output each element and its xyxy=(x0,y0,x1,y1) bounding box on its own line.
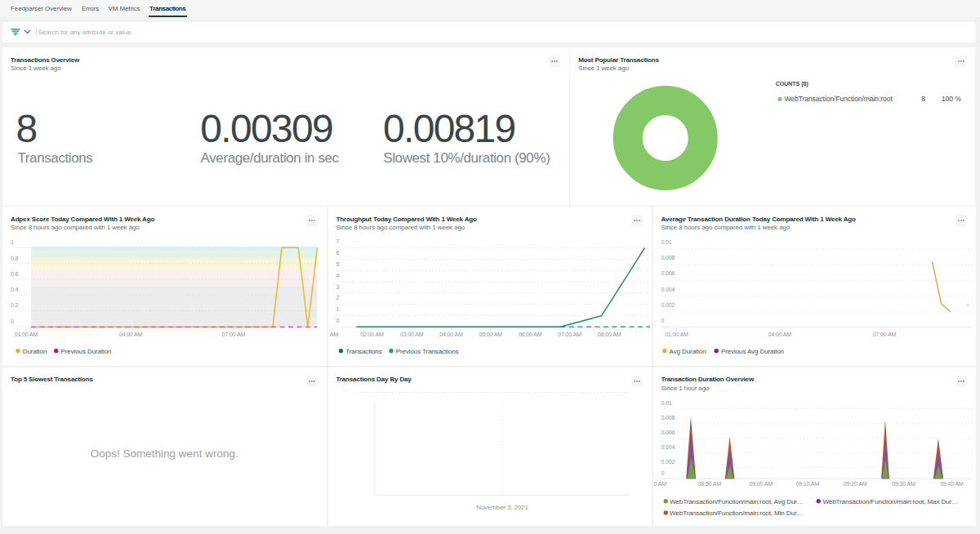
svg-text:0.6: 0.6 xyxy=(11,271,19,277)
svg-text:07:00 AM: 07:00 AM xyxy=(558,332,581,337)
svg-text:4: 4 xyxy=(336,273,339,278)
svg-text:0.01: 0.01 xyxy=(661,399,671,405)
svg-text:0 AM: 0 AM xyxy=(653,481,666,487)
svg-text:1: 1 xyxy=(336,306,339,312)
svg-text:Transactions: Transactions xyxy=(345,348,381,355)
svg-text:07:00 AM: 07:00 AM xyxy=(872,332,896,337)
svg-text:09:20 AM: 09:20 AM xyxy=(844,481,867,487)
svg-text:04:00 AM: 04:00 AM xyxy=(119,332,143,337)
svg-text:0.8: 0.8 xyxy=(11,256,19,261)
svg-text:05:00 AM: 05:00 AM xyxy=(479,332,502,337)
svg-text:Duration: Duration xyxy=(23,348,47,355)
svg-text:100 %: 100 % xyxy=(942,95,962,103)
svg-text:1: 1 xyxy=(11,239,14,245)
svg-text:03:00 AM: 03:00 AM xyxy=(400,332,424,337)
svg-text:0: 0 xyxy=(661,318,664,323)
svg-text:Previous Duration: Previous Duration xyxy=(61,348,112,355)
svg-text:0.2: 0.2 xyxy=(11,302,19,308)
svg-text:0.4: 0.4 xyxy=(11,287,19,292)
svg-text:0.01: 0.01 xyxy=(661,239,671,245)
svg-text:09:10 AM: 09:10 AM xyxy=(795,481,819,487)
svg-text:01:00 AM: 01:00 AM xyxy=(15,332,38,337)
svg-text:09:40 AM: 09:40 AM xyxy=(940,481,964,487)
svg-text:0.006: 0.006 xyxy=(661,429,675,434)
svg-text:07:00 AM: 07:00 AM xyxy=(222,332,246,337)
svg-text:3: 3 xyxy=(336,284,339,290)
svg-text:Previous Transactions: Previous Transactions xyxy=(395,348,458,355)
svg-text:0.006: 0.006 xyxy=(661,270,675,276)
svg-text:0.008: 0.008 xyxy=(661,414,675,420)
svg-text:Avg Duration: Avg Duration xyxy=(669,348,706,355)
svg-text:04:00 AM: 04:00 AM xyxy=(768,332,791,337)
svg-text:09:30 AM: 09:30 AM xyxy=(892,481,915,487)
svg-text:Previous Avg Duration: Previous Avg Duration xyxy=(721,348,784,355)
svg-text:08:50 AM: 08:50 AM xyxy=(697,481,721,487)
svg-text:0.004: 0.004 xyxy=(661,287,675,292)
svg-text:WebTransaction/Function/main:r: WebTransaction/Function/main:root xyxy=(785,95,893,103)
svg-text:COUNTS (8): COUNTS (8) xyxy=(776,81,808,87)
svg-text:0.008: 0.008 xyxy=(661,255,675,260)
svg-text:November 3, 2021: November 3, 2021 xyxy=(476,503,528,510)
svg-text:02:00 AM: 02:00 AM xyxy=(360,332,384,337)
svg-text:0.002: 0.002 xyxy=(661,302,675,308)
svg-text:0.002: 0.002 xyxy=(661,458,675,464)
svg-text:WebTransaction/Function/main:r: WebTransaction/Function/main:root, Min D… xyxy=(670,510,804,517)
svg-text:8: 8 xyxy=(922,95,926,103)
svg-text:WebTransaction/Function/main:r: WebTransaction/Function/main:root, Max D… xyxy=(822,497,958,505)
svg-text:0: 0 xyxy=(11,318,14,324)
svg-text:04:00 AM: 04:00 AM xyxy=(439,332,463,337)
svg-text:01:00 AM: 01:00 AM xyxy=(665,332,688,337)
svg-text:0.004: 0.004 xyxy=(661,443,675,449)
svg-text:5: 5 xyxy=(336,261,339,267)
svg-text:09:00 AM: 09:00 AM xyxy=(749,481,773,487)
svg-text:08:00 AM: 08:00 AM xyxy=(598,332,621,337)
svg-text:AM: AM xyxy=(330,332,339,337)
svg-text:0: 0 xyxy=(661,470,664,476)
svg-text:2: 2 xyxy=(336,295,339,300)
svg-text:0: 0 xyxy=(336,318,339,323)
svg-text:WebTransaction/Function/main:r: WebTransaction/Function/main:root, Avg D… xyxy=(670,497,804,505)
svg-text:6: 6 xyxy=(336,250,339,256)
svg-text:7: 7 xyxy=(336,238,339,244)
svg-text:06:00 AM: 06:00 AM xyxy=(519,332,542,337)
